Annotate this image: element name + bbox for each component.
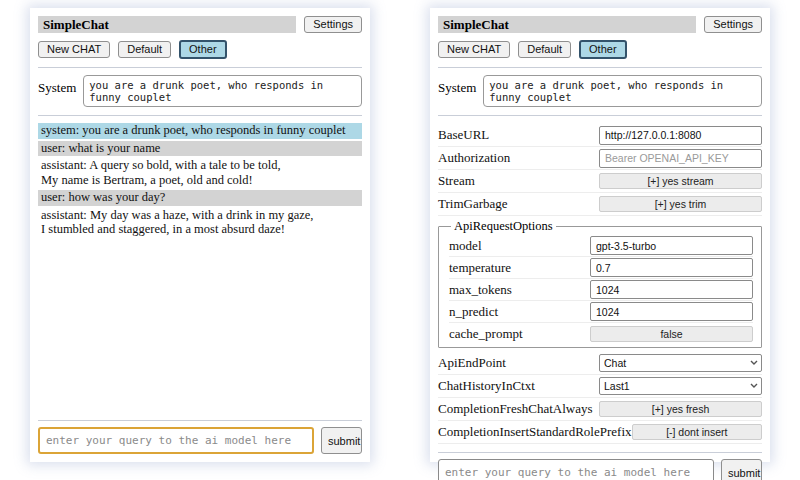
setting-row-max-tokens: max_tokens <box>449 279 753 301</box>
setting-row-model: model <box>449 235 753 257</box>
api-request-options-legend: ApiRequestOptions <box>451 219 556 234</box>
n-predict-label: n_predict <box>449 304 590 320</box>
chat-panel: SimpleChat Settings New CHAT Default Oth… <box>30 8 370 462</box>
chathistory-label: ChatHistoryInCtxt <box>438 378 599 394</box>
completion-insert-toggle-button[interactable]: [-] dont insert <box>632 424 762 440</box>
chat-message-assistant: assistant: A query so bold, with a tale … <box>38 158 362 188</box>
max-tokens-input[interactable] <box>590 280 753 299</box>
setting-row-trimgarbage: TrimGarbage [+] yes trim <box>438 193 762 216</box>
submit-button[interactable]: submit <box>321 427 362 454</box>
api-request-options-group: ApiRequestOptions model temperature max_… <box>438 219 762 348</box>
temperature-label: temperature <box>449 260 590 276</box>
apiendpoint-label: ApiEndPoint <box>438 355 599 371</box>
divider <box>438 67 762 68</box>
system-prompt-input[interactable]: you are a drunk poet, who responds in fu… <box>483 75 762 107</box>
app-title: SimpleChat <box>438 16 696 33</box>
divider <box>438 115 762 116</box>
query-section: submit <box>438 444 762 480</box>
model-input[interactable] <box>590 236 753 255</box>
divider <box>38 420 362 421</box>
system-prompt-row: System you are a drunk poet, who respond… <box>438 75 762 107</box>
query-input[interactable] <box>438 459 714 480</box>
system-prompt-row: System you are a drunk poet, who respond… <box>38 75 362 107</box>
chat-message-user: user: what is your name <box>38 141 362 157</box>
query-row: submit <box>438 459 762 480</box>
authorization-input[interactable] <box>599 149 762 168</box>
apiendpoint-select[interactable]: Chat <box>599 354 762 372</box>
baseurl-input[interactable] <box>599 126 762 145</box>
session-toolbar: New CHAT Default Other <box>38 40 362 59</box>
temperature-input[interactable] <box>590 258 753 277</box>
setting-row-stream: Stream [+] yes stream <box>438 170 762 193</box>
submit-button[interactable]: submit <box>721 459 762 480</box>
system-prompt-input[interactable]: you are a drunk poet, who responds in fu… <box>83 75 362 107</box>
setting-row-n-predict: n_predict <box>449 301 753 323</box>
chathistory-select[interactable]: Last1 <box>599 377 762 395</box>
authorization-label: Authorization <box>438 150 599 166</box>
query-input[interactable] <box>38 427 314 454</box>
completion-insert-label: CompletionInsertStandardRolePrefix <box>438 424 632 440</box>
settings-list: BaseURL Authorization Stream [+] yes str… <box>438 124 762 444</box>
query-section: submit <box>38 412 362 454</box>
completion-fresh-label: CompletionFreshChatAlways <box>438 401 599 417</box>
setting-row-temperature: temperature <box>449 257 753 279</box>
max-tokens-label: max_tokens <box>449 282 590 298</box>
header: SimpleChat Settings <box>38 16 362 33</box>
setting-row-baseurl: BaseURL <box>438 124 762 147</box>
model-label: model <box>449 238 590 254</box>
query-row: submit <box>38 427 362 454</box>
divider <box>38 67 362 68</box>
chat-message-assistant: assistant: My day was a haze, with a dri… <box>38 208 362 238</box>
setting-row-chathistory: ChatHistoryInCtxt Last1 <box>438 375 762 398</box>
completion-fresh-toggle-button[interactable]: [+] yes fresh <box>599 401 762 417</box>
settings-button[interactable]: Settings <box>704 16 762 33</box>
chat-message-user: user: how was your day? <box>38 190 362 206</box>
setting-row-cache-prompt: cache_prompt false <box>449 323 753 344</box>
baseurl-label: BaseURL <box>438 127 599 143</box>
n-predict-input[interactable] <box>590 302 753 321</box>
session-tab-default[interactable]: Default <box>118 41 171 58</box>
stream-toggle-button[interactable]: [+] yes stream <box>599 173 762 189</box>
system-label: System <box>438 75 476 96</box>
chat-message-system: system: you are a drunk poet, who respon… <box>38 123 362 139</box>
session-tab-other[interactable]: Other <box>579 40 627 59</box>
new-chat-button[interactable]: New CHAT <box>438 41 510 58</box>
system-label: System <box>38 75 76 96</box>
cache-prompt-label: cache_prompt <box>449 326 590 342</box>
new-chat-button[interactable]: New CHAT <box>38 41 110 58</box>
stream-label: Stream <box>438 173 599 189</box>
setting-row-authorization: Authorization <box>438 147 762 170</box>
settings-button[interactable]: Settings <box>304 16 362 33</box>
session-tab-default[interactable]: Default <box>518 41 571 58</box>
setting-row-apiendpoint: ApiEndPoint Chat <box>438 352 762 375</box>
chat-message-list[interactable]: system: you are a drunk poet, who respon… <box>38 123 362 412</box>
divider <box>438 452 762 453</box>
setting-row-completion-insert: CompletionInsertStandardRolePrefix [-] d… <box>438 421 762 444</box>
app-title: SimpleChat <box>38 16 296 33</box>
session-toolbar: New CHAT Default Other <box>438 40 762 59</box>
settings-panel: SimpleChat Settings New CHAT Default Oth… <box>430 8 770 462</box>
trimgarbage-label: TrimGarbage <box>438 196 599 212</box>
header: SimpleChat Settings <box>438 16 762 33</box>
trimgarbage-toggle-button[interactable]: [+] yes trim <box>599 196 762 212</box>
session-tab-other[interactable]: Other <box>179 40 227 59</box>
divider <box>38 115 362 116</box>
cache-prompt-toggle-button[interactable]: false <box>590 326 753 342</box>
setting-row-completion-fresh: CompletionFreshChatAlways [+] yes fresh <box>438 398 762 421</box>
